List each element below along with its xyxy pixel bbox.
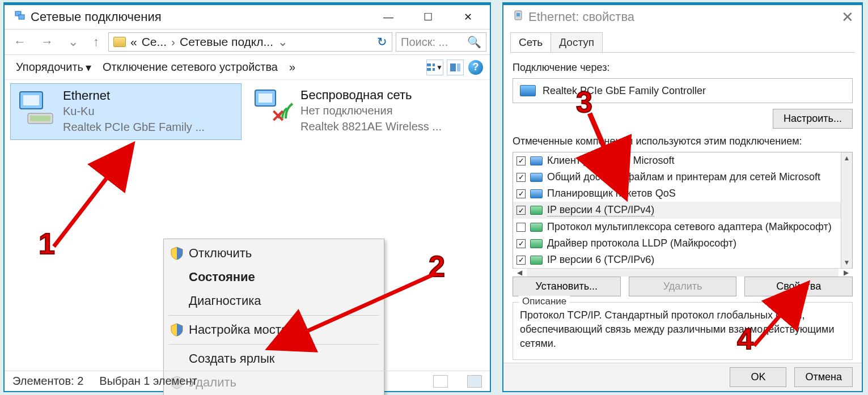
components-listbox[interactable]: ✓Клиент для сетей Microsoft✓Общий доступ…	[513, 152, 853, 269]
connection-status: Нет подключения	[300, 103, 442, 118]
description-fieldset: Описание Протокол TCP/IP. Стандартный пр…	[513, 302, 853, 360]
component-label: Драйвер протокола LLDP (Майкрософт)	[547, 237, 736, 249]
preview-pane-button[interactable]	[447, 60, 464, 75]
disable-device-button[interactable]: Отключение сетевого устройства	[97, 61, 283, 74]
breadcrumb-back: «	[130, 35, 137, 49]
annotation-4: 4	[737, 322, 753, 356]
menu-bridge[interactable]: Настройка моста	[164, 318, 384, 342]
menu-status[interactable]: Состояние	[164, 265, 384, 289]
scrollbar-horizontal[interactable]: ◀ ▶	[513, 268, 852, 277]
connection-status: Ku-Ku	[63, 103, 205, 119]
scroll-down-button[interactable]: ▼	[844, 257, 850, 268]
component-label: IP версии 4 (TCP/IPv4)	[547, 204, 654, 216]
menu-create-shortcut[interactable]: Создать ярлык	[164, 347, 384, 371]
scroll-left-button[interactable]: ◀	[513, 269, 526, 277]
annotation-1: 1	[39, 227, 55, 261]
breadcrumb-current[interactable]: Сетевые подкл...	[180, 35, 273, 49]
checkbox[interactable]: ✓	[516, 156, 526, 165]
nic-icon	[530, 206, 543, 215]
component-item[interactable]: ✓Драйвер протокола LLDP (Майкрософт)	[513, 235, 841, 252]
status-selected: Выбран 1 элемент	[99, 375, 197, 388]
checkbox[interactable]: ✓	[516, 256, 526, 265]
checkbox[interactable]	[516, 223, 526, 232]
adapter-icon	[520, 85, 536, 96]
breadcrumb-dropdown[interactable]: ⌄	[278, 35, 288, 49]
adapter-name-box: Realtek PCIe GbE Family Controller	[513, 78, 853, 103]
connect-via-label: Подключение через:	[513, 62, 853, 74]
content-area: Ethernet Ku-Ku Realtek PCIe GbE Family .…	[5, 80, 490, 386]
svg-rect-5	[433, 68, 435, 71]
navigation-bar: ← → ⌄ ↑ « Се... › Сетевые подкл... ⌄ ↻ П…	[5, 29, 490, 55]
toolbar-overflow[interactable]: »	[283, 61, 301, 74]
up-button[interactable]: ↑	[87, 35, 105, 49]
details-view-button[interactable]	[433, 375, 448, 388]
component-item[interactable]: Протокол мультиплексора сетевого адаптер…	[513, 219, 841, 235]
connection-adapter: Realtek PCIe GbE Family ...	[63, 119, 205, 135]
toolbar: Упорядочить▾ Отключение сетевого устройс…	[5, 55, 490, 80]
recent-locations-button[interactable]: ⌄	[62, 35, 84, 49]
close-button[interactable]: ✕	[841, 9, 854, 26]
svg-rect-2	[427, 63, 431, 66]
component-item[interactable]: ✓IP версии 6 (TCP/IPv6)	[513, 252, 841, 268]
checkbox[interactable]: ✓	[516, 173, 526, 182]
breadcrumb-parent[interactable]: Се...	[142, 35, 167, 49]
svg-rect-16	[516, 13, 520, 16]
component-item[interactable]: ✓Планировщик пакетов QoS	[513, 185, 841, 202]
dialog-buttons: OK Отмена	[503, 363, 862, 391]
tabs: Сеть Доступ	[510, 32, 855, 53]
scrollbar-vertical[interactable]: ▲ ▼	[841, 152, 852, 268]
scroll-track[interactable]	[527, 269, 839, 277]
svg-rect-6	[450, 63, 456, 71]
scroll-right-button[interactable]: ▶	[840, 269, 852, 277]
monitor-icon	[530, 189, 543, 198]
cancel-button[interactable]: Отмена	[794, 367, 853, 387]
large-icons-view-button[interactable]	[467, 375, 482, 388]
configure-button[interactable]: Настроить...	[773, 109, 853, 129]
chevron-down-icon: ▾	[86, 61, 91, 74]
help-button[interactable]: ?	[467, 60, 484, 75]
svg-rect-1	[19, 15, 24, 19]
annotation-2: 2	[429, 249, 445, 283]
close-button[interactable]: ✕	[455, 9, 481, 26]
checkbox[interactable]: ✓	[516, 206, 526, 215]
component-label: IP версии 6 (TCP/IPv6)	[547, 254, 654, 266]
checkbox[interactable]: ✓	[516, 239, 526, 248]
connection-name: Беспроводная сеть	[300, 88, 442, 103]
status-elements-count: Элементов: 2	[12, 375, 83, 388]
connection-ethernet[interactable]: Ethernet Ku-Ku Realtek PCIe GbE Family .…	[10, 83, 242, 140]
maximize-button[interactable]: ☐	[415, 9, 441, 26]
forward-button[interactable]: →	[35, 35, 59, 49]
tab-access[interactable]: Доступ	[551, 32, 603, 52]
adapter-name: Realtek PCIe GbE Family Controller	[543, 85, 706, 97]
ok-button[interactable]: OK	[730, 367, 786, 387]
wireless-adapter-icon: ✕	[254, 88, 294, 128]
component-label: Общий доступ к файлам и принтерам для се…	[547, 171, 820, 183]
search-box[interactable]: Поиск: ... 🔍	[396, 32, 486, 52]
tab-network[interactable]: Сеть	[510, 32, 551, 52]
search-icon: 🔍	[467, 35, 481, 49]
refresh-button[interactable]: ↻	[377, 35, 387, 49]
ethernet-properties-window: Ethernet: свойства ✕ Сеть Доступ Подключ…	[502, 2, 863, 392]
component-label: Планировщик пакетов QoS	[547, 188, 676, 199]
minimize-button[interactable]: —	[375, 9, 401, 26]
annotation-3: 3	[576, 85, 592, 119]
description-label: Описание	[519, 296, 570, 307]
scroll-up-button[interactable]: ▲	[844, 152, 850, 164]
menu-disable[interactable]: Отключить	[164, 241, 384, 265]
view-options-button[interactable]: ▼	[426, 60, 443, 75]
properties-button[interactable]: Свойства	[744, 277, 853, 296]
install-button[interactable]: Установить...	[513, 277, 621, 296]
connection-wireless[interactable]: ✕ Беспроводная сеть Нет подключения Real…	[248, 83, 480, 139]
svg-rect-7	[457, 63, 460, 71]
checkbox[interactable]: ✓	[516, 189, 526, 198]
component-item[interactable]: ✓Общий доступ к файлам и принтерам для с…	[513, 169, 841, 185]
search-placeholder: Поиск: ...	[401, 36, 448, 49]
address-bar[interactable]: « Се... › Сетевые подкл... ⌄ ↻	[108, 32, 392, 52]
back-button[interactable]: ←	[8, 35, 32, 49]
network-tab-panel: Подключение через: Realtek PCIe GbE Fami…	[503, 53, 862, 364]
organize-menu[interactable]: Упорядочить▾	[10, 61, 97, 74]
menu-diagnostics[interactable]: Диагностика	[164, 289, 384, 313]
component-item[interactable]: ✓IP версии 4 (TCP/IPv4)	[513, 202, 841, 219]
connection-name: Ethernet	[63, 88, 205, 103]
component-item[interactable]: ✓Клиент для сетей Microsoft	[513, 152, 841, 169]
